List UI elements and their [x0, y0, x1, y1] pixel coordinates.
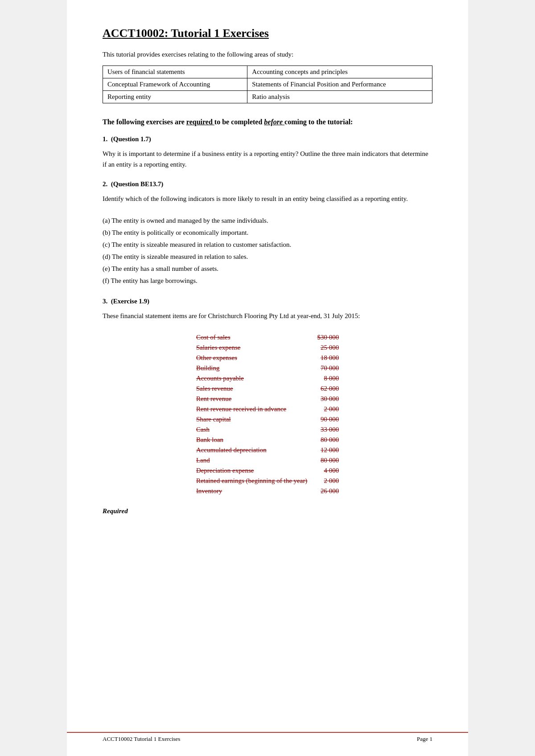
- financial-item-value: 2 000: [317, 476, 339, 486]
- question-1-title: 1. (Question 1.7): [103, 135, 432, 143]
- financial-item-value: 12 000: [317, 445, 339, 455]
- financial-item-name: Bank loan: [196, 435, 317, 445]
- topics-table: Users of financial statementsAccounting …: [103, 65, 432, 103]
- financial-item-value: 80 000: [317, 435, 339, 445]
- financial-item-name: Land: [196, 456, 317, 465]
- financial-item-value: 90 000: [317, 415, 339, 424]
- financial-row: Salaries expense25 000: [196, 343, 339, 352]
- question-2-list: (a) The entity is owned and managed by t…: [103, 215, 432, 287]
- page-title: ACCT10002: Tutorial 1 Exercises: [103, 27, 432, 40]
- financial-item-name: Rent revenue: [196, 394, 317, 404]
- financial-item-value: 18 000: [317, 353, 339, 363]
- footer: ACCT10002 Tutorial 1 Exercises Page 1: [67, 732, 468, 743]
- question-2-title: 2. (Question BE13.7): [103, 180, 432, 188]
- list-item: (e) The entity has a small number of ass…: [103, 263, 432, 275]
- financial-item-value: 70 000: [317, 364, 339, 373]
- topics-cell: Reporting entity: [103, 91, 247, 103]
- financial-item-name: Building: [196, 364, 317, 373]
- financial-item-name: Accumulated depreciation: [196, 445, 317, 455]
- financial-row: Accumulated depreciation12 000: [196, 445, 339, 455]
- financial-row: Accounts payable8 000: [196, 374, 339, 383]
- required-label: Required: [103, 507, 432, 515]
- financial-row: Share capital90 000: [196, 415, 339, 424]
- financial-row: Bank loan80 000: [196, 435, 339, 445]
- q1-number: 1.: [103, 135, 107, 143]
- financial-item-value: 8 000: [317, 374, 339, 383]
- financial-item-value: 25 000: [317, 343, 339, 352]
- question-1-body: Why it is important to determine if a bu…: [103, 148, 432, 170]
- list-item: (c) The entity is sizeable measured in r…: [103, 239, 432, 251]
- footer-left: ACCT10002 Tutorial 1 Exercises: [103, 736, 180, 743]
- topics-cell: Conceptual Framework of Accounting: [103, 78, 247, 91]
- q3-label: (Exercise 1.9): [111, 298, 149, 305]
- list-item: (a) The entity is owned and managed by t…: [103, 215, 432, 227]
- financial-item-name: Cash: [196, 425, 317, 434]
- financial-item-value: 2 000: [317, 405, 339, 414]
- topics-cell: Ratio analysis: [247, 91, 432, 103]
- financial-item-value: 26 000: [317, 486, 339, 496]
- financial-item-value: 30 000: [317, 394, 339, 404]
- intro-text: This tutorial provides exercises relatin…: [103, 51, 432, 58]
- q1-label: (Question 1.7): [111, 135, 151, 143]
- financial-row: Retained earnings (beginning of the year…: [196, 476, 339, 486]
- q2-number: 2.: [103, 180, 107, 188]
- financial-item-value: 4 000: [317, 466, 339, 475]
- topics-cell: Users of financial statements: [103, 66, 247, 78]
- financial-item-name: Rent revenue received in advance: [196, 405, 317, 414]
- financial-item-name: Share capital: [196, 415, 317, 424]
- q2-label: (Question BE13.7): [111, 180, 164, 188]
- financial-item-name: Salaries expense: [196, 343, 317, 352]
- q3-number: 3.: [103, 298, 107, 305]
- required-section-heading: The following exercises are required to …: [103, 117, 432, 127]
- topics-cell: Statements of Financial Position and Per…: [247, 78, 432, 91]
- financial-item-name: Inventory: [196, 486, 317, 496]
- financial-row: Cash33 000: [196, 425, 339, 434]
- financial-row: Rent revenue received in advance2 000: [196, 405, 339, 414]
- financial-row: Cost of sales$30 000: [196, 333, 339, 342]
- financial-row: Other expenses18 000: [196, 353, 339, 363]
- question-3-title: 3. (Exercise 1.9): [103, 298, 432, 305]
- financial-item-name: Retained earnings (beginning of the year…: [196, 476, 317, 486]
- question-3-body: These financial statement items are for …: [103, 311, 432, 321]
- financial-item-value: 80 000: [317, 456, 339, 465]
- financial-item-name: Other expenses: [196, 353, 317, 363]
- financial-row: Inventory26 000: [196, 486, 339, 496]
- list-item: (d) The entity is sizeable measured in r…: [103, 251, 432, 263]
- footer-right: Page 1: [417, 736, 432, 743]
- list-item: (f) The entity has large borrowings.: [103, 275, 432, 287]
- list-item: (b) The entity is politically or economi…: [103, 227, 432, 239]
- financial-item-value: 33 000: [317, 425, 339, 434]
- underline-required: required: [186, 118, 214, 126]
- financial-row: Land80 000: [196, 456, 339, 465]
- question-2-body: Identify which of the following indicato…: [103, 193, 432, 204]
- page: ACCT10002: Tutorial 1 Exercises This tut…: [67, 0, 468, 756]
- financial-row: Depreciation expense4 000: [196, 466, 339, 475]
- financial-items-table: Cost of sales$30 000Salaries expense25 0…: [195, 332, 340, 497]
- financial-item-value: $30 000: [317, 333, 339, 342]
- financial-item-name: Depreciation expense: [196, 466, 317, 475]
- financial-item-name: Sales revenue: [196, 384, 317, 393]
- financial-item-name: Cost of sales: [196, 333, 317, 342]
- financial-item-value: 62 000: [317, 384, 339, 393]
- topics-cell: Accounting concepts and principles: [247, 66, 432, 78]
- financial-row: Sales revenue62 000: [196, 384, 339, 393]
- italic-before: before: [264, 118, 284, 126]
- financial-row: Building70 000: [196, 364, 339, 373]
- financial-row: Rent revenue30 000: [196, 394, 339, 404]
- financial-item-name: Accounts payable: [196, 374, 317, 383]
